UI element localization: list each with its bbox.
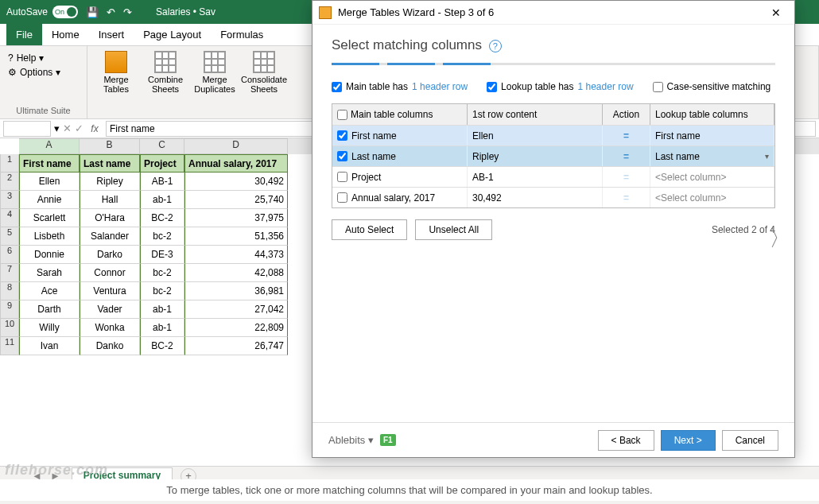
row-header[interactable]: 1 <box>0 154 19 173</box>
match-lookup-dropdown[interactable]: <Select column> <box>650 188 774 207</box>
lookup-header-link[interactable]: 1 header row <box>578 81 634 92</box>
name-box[interactable] <box>3 121 51 137</box>
cell[interactable]: 27,042 <box>184 300 288 319</box>
cell[interactable]: ab-1 <box>140 300 184 319</box>
redo-icon[interactable]: ↷ <box>123 6 132 18</box>
auto-select-button[interactable]: Auto Select <box>332 219 407 240</box>
cell[interactable]: Hall <box>80 191 140 209</box>
cell[interactable]: 26,747 <box>184 337 288 355</box>
header-cell[interactable]: Last name <box>80 154 140 173</box>
cell[interactable]: ab-1 <box>140 319 184 337</box>
col-header-b[interactable]: B <box>80 138 140 154</box>
row-header[interactable]: 6 <box>0 246 19 264</box>
tab-formulas[interactable]: Formulas <box>211 24 273 45</box>
consolidate-sheets-button[interactable]: Consolidate Sheets <box>240 49 288 95</box>
cell[interactable]: Scarlett <box>19 209 80 227</box>
row-header[interactable]: 4 <box>0 209 19 227</box>
cancel-icon[interactable]: ✕ <box>63 122 72 134</box>
help-button[interactable]: ?Help ▾ <box>8 52 79 64</box>
f1-badge[interactable]: F1 <box>380 434 396 446</box>
cell[interactable]: Ellen <box>19 173 80 191</box>
row-header[interactable]: 3 <box>0 191 19 209</box>
match-lookup-dropdown[interactable]: <Select column> <box>650 167 774 187</box>
cell[interactable]: Ace <box>19 282 80 300</box>
header-cell[interactable]: First name <box>19 154 80 173</box>
close-button[interactable]: ✕ <box>764 6 788 19</box>
match-row[interactable]: ProjectAB-1=<Select column> <box>332 166 774 187</box>
match-lookup-dropdown[interactable]: Last name▾ <box>650 146 774 166</box>
cell[interactable]: 25,740 <box>184 191 288 209</box>
match-row[interactable]: Annual salary, 201730,492=<Select column… <box>332 187 774 207</box>
cell[interactable]: BC-2 <box>140 337 184 355</box>
merge-tables-button[interactable]: Merge Tables <box>92 49 140 95</box>
cell[interactable]: BC-2 <box>140 209 184 227</box>
row-header[interactable]: 8 <box>0 282 19 300</box>
th-action[interactable]: Action <box>603 104 650 125</box>
cell[interactable]: 22,809 <box>184 319 288 337</box>
cell[interactable]: 30,492 <box>184 173 288 191</box>
cell[interactable]: 37,975 <box>184 209 288 227</box>
header-cell[interactable]: Annual salary, 2017 <box>184 154 288 173</box>
match-main-cell[interactable]: Last name <box>332 146 468 166</box>
cell[interactable]: 42,088 <box>184 264 288 282</box>
cell[interactable]: AB-1 <box>140 173 184 191</box>
cell[interactable]: Lisbeth <box>19 227 80 246</box>
header-cell[interactable]: Project <box>140 154 184 173</box>
cell[interactable]: O'Hara <box>80 209 140 227</box>
fx-icon[interactable]: fx <box>87 123 103 134</box>
row-header[interactable]: 11 <box>0 337 19 355</box>
cell[interactable]: Willy <box>19 319 80 337</box>
cell[interactable]: Donnie <box>19 246 80 264</box>
cell[interactable]: Vader <box>80 300 140 319</box>
match-row[interactable]: Last nameRipley=Last name▾ <box>332 145 774 166</box>
match-main-cell[interactable]: First name <box>332 126 468 145</box>
cell[interactable]: 51,356 <box>184 227 288 246</box>
main-header-checkbox[interactable]: Main table has 1 header row <box>332 81 468 92</box>
tab-page-layout[interactable]: Page Layout <box>134 24 211 45</box>
col-header-a[interactable]: A <box>19 138 80 154</box>
autosave-toggle[interactable]: AutoSave On <box>6 6 78 18</box>
cancel-button[interactable]: Cancel <box>722 430 778 451</box>
main-header-link[interactable]: 1 header row <box>412 81 468 92</box>
cell[interactable]: DE-3 <box>140 246 184 264</box>
match-row[interactable]: First nameEllen=First name <box>332 125 774 145</box>
case-sensitive-checkbox[interactable]: Case-sensitive matching <box>653 81 771 92</box>
lookup-header-checkbox[interactable]: Lookup table has 1 header row <box>487 81 633 92</box>
cell[interactable]: Ventura <box>80 282 140 300</box>
cell[interactable]: Wonka <box>80 319 140 337</box>
back-button[interactable]: < Back <box>598 430 654 451</box>
cell[interactable]: Salander <box>80 227 140 246</box>
info-icon[interactable]: ? <box>489 40 502 52</box>
row-header[interactable]: 9 <box>0 300 19 319</box>
cell[interactable]: Ivan <box>19 337 80 355</box>
tab-insert[interactable]: Insert <box>89 24 134 45</box>
cell[interactable]: 44,373 <box>184 246 288 264</box>
cell[interactable]: Darth <box>19 300 80 319</box>
col-header-c[interactable]: C <box>140 138 184 154</box>
unselect-all-button[interactable]: Unselect All <box>415 219 492 240</box>
confirm-icon[interactable]: ✓ <box>75 122 83 134</box>
cell[interactable]: ab-1 <box>140 191 184 209</box>
cell[interactable]: Ripley <box>80 173 140 191</box>
row-header[interactable]: 5 <box>0 227 19 246</box>
match-main-cell[interactable]: Project <box>332 167 468 187</box>
row-header[interactable]: 7 <box>0 264 19 282</box>
combine-sheets-button[interactable]: Combine Sheets <box>142 49 189 95</box>
cell[interactable]: bc-2 <box>140 282 184 300</box>
cell[interactable]: 36,981 <box>184 282 288 300</box>
options-button[interactable]: ⚙Options ▾ <box>8 67 79 78</box>
merge-duplicates-button[interactable]: Merge Duplicates <box>191 49 239 95</box>
undo-icon[interactable]: ↶ <box>107 6 115 18</box>
next-arrow-icon[interactable]: 〉 <box>769 223 791 254</box>
cell[interactable]: Darko <box>80 246 140 264</box>
cell[interactable]: Sarah <box>19 264 80 282</box>
tab-home[interactable]: Home <box>42 24 89 45</box>
cell[interactable]: Danko <box>80 337 140 355</box>
cell[interactable]: bc-2 <box>140 264 184 282</box>
th-main-columns[interactable]: Main table columns <box>332 104 468 125</box>
col-header-d[interactable]: D <box>184 138 288 154</box>
save-icon[interactable]: 💾 <box>86 6 99 18</box>
cell[interactable]: Annie <box>19 191 80 209</box>
ablebits-brand[interactable]: Ablebits ▾ <box>328 434 374 446</box>
next-button[interactable]: Next > <box>661 430 716 451</box>
